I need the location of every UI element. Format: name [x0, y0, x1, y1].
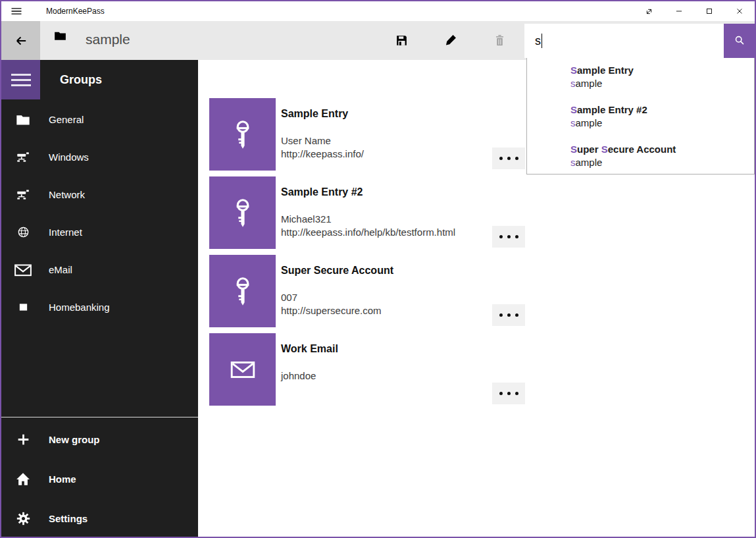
delete-button[interactable]: [484, 24, 515, 56]
group-label: Internet: [49, 227, 82, 238]
window-controls: [634, 1, 755, 21]
save-icon: [394, 33, 409, 48]
footer-label: Home: [49, 473, 76, 485]
edit-button[interactable]: [435, 24, 466, 56]
entry-title: Sample Entry: [281, 108, 348, 120]
sidebar-group-item[interactable]: Homebanking: [1, 288, 198, 326]
groups-header: Groups: [60, 60, 102, 99]
sidebar-group-item[interactable]: Windows: [1, 138, 198, 176]
maximize-icon: [705, 7, 714, 16]
minimize-button[interactable]: [664, 1, 694, 21]
hamburger-icon: [10, 5, 23, 18]
entry-tile[interactable]: [209, 333, 276, 406]
entry-url: http://keepass.info/: [281, 148, 364, 161]
entry-url: http://keepass.info/help/kb/testform.htm…: [281, 226, 455, 239]
plus-icon: [12, 432, 34, 447]
square-icon: [12, 302, 34, 313]
entry-title: Work Email: [281, 343, 338, 355]
group-label: eMail: [49, 264, 72, 275]
sidebar-divider: [1, 417, 198, 417]
entry-more-button[interactable]: [492, 148, 525, 169]
suggestion-title: Super Secure Account: [570, 143, 676, 156]
entry-username: 007: [281, 291, 297, 304]
sidebar-group-item[interactable]: eMail: [1, 251, 198, 288]
ellipsis-icon: [499, 392, 503, 395]
maximize-button[interactable]: [694, 1, 724, 21]
entry-row: Sample Entry User Name http://keepass.in…: [209, 98, 525, 171]
ellipsis-icon: [499, 313, 503, 317]
entry-username: johndoe: [281, 369, 316, 383]
titlebar-hamburger-button[interactable]: [9, 4, 24, 18]
suggestion-subtitle: sample: [570, 156, 676, 169]
suggestion-item[interactable]: Sample Entry #2 sample: [570, 103, 647, 140]
text-caret: [542, 34, 542, 48]
sidebar-footer-item[interactable]: Home: [1, 459, 198, 498]
group-label: Windows: [49, 151, 89, 163]
gear-icon: [12, 511, 34, 526]
fullscreen-button[interactable]: [634, 1, 664, 21]
home-icon: [12, 471, 34, 487]
suggestion-item[interactable]: Sample Entry sample: [570, 64, 634, 101]
entry-username: User Name: [281, 134, 331, 148]
suggestion-item[interactable]: Super Secure Account sample: [570, 143, 676, 180]
back-arrow-icon: [13, 33, 29, 49]
pencil-icon: [443, 33, 458, 47]
folder-icon: [54, 30, 66, 41]
entry-title: Sample Entry #2: [281, 186, 363, 198]
key-icon: [226, 196, 260, 230]
ellipsis-icon: [499, 157, 503, 160]
suggestion-title: Sample Entry #2: [570, 103, 647, 117]
close-button[interactable]: [724, 1, 755, 21]
window-title: ModernKeePass: [46, 1, 105, 21]
entry-tile[interactable]: [209, 255, 276, 327]
fullscreen-icon: [644, 7, 654, 16]
current-group-title: sample: [86, 21, 130, 60]
entry-more-button[interactable]: [492, 304, 525, 326]
key-icon: [226, 117, 260, 151]
sidebar-footer-item[interactable]: Settings: [1, 498, 198, 538]
back-button[interactable]: [1, 21, 40, 60]
title-bar: ModernKeePass: [1, 1, 755, 21]
entry-tile[interactable]: [209, 98, 276, 171]
trash-icon: [493, 33, 507, 48]
search-input[interactable]: s: [524, 24, 724, 58]
minimize-icon: [674, 7, 684, 16]
entry-url: http://supersecure.com: [281, 304, 382, 317]
hamburger-icon: [11, 74, 31, 76]
entry-row: Sample Entry #2 Michael321 http://keepas…: [209, 176, 525, 249]
footer-label: New group: [49, 434, 100, 445]
folder-icon: [12, 113, 34, 126]
sidebar-footer-item[interactable]: New group: [1, 419, 198, 459]
search-button[interactable]: [724, 24, 755, 58]
suggestion-subtitle: sample: [570, 117, 647, 130]
ellipsis-icon: [499, 235, 503, 238]
sidebar-group-item[interactable]: Internet: [1, 213, 198, 251]
entry-title: Super Secure Account: [281, 265, 393, 277]
search-input-value: s: [535, 34, 541, 48]
entry-tile[interactable]: [209, 176, 276, 249]
suggestion-subtitle: sample: [570, 77, 634, 90]
close-icon: [735, 7, 744, 16]
entry-username: Michael321: [281, 213, 332, 226]
entry-more-button[interactable]: [492, 383, 525, 404]
network-pc-icon: [12, 188, 34, 202]
search-suggestions: Sample Entry sample Sample Entry #2 samp…: [526, 58, 755, 175]
key-icon: [226, 274, 260, 308]
entry-row: Super Secure Account 007 http://supersec…: [209, 255, 525, 327]
sidebar-group-item[interactable]: General: [1, 101, 198, 138]
entry-row: Work Email johndoe: [209, 333, 525, 406]
sidebar-group-item[interactable]: Network: [1, 176, 198, 213]
globe-icon: [12, 225, 34, 240]
group-label: Network: [49, 189, 85, 200]
sidebar-hamburger-button[interactable]: [1, 60, 40, 99]
envelope-icon: [12, 254, 34, 286]
footer-label: Settings: [49, 513, 88, 524]
entry-more-button[interactable]: [492, 226, 525, 248]
sidebar: Groups General Windows Network: [1, 60, 198, 537]
envelope-icon: [227, 354, 259, 385]
save-button[interactable]: [386, 24, 417, 56]
app-window: ModernKeePass: [0, 0, 756, 538]
search-icon: [732, 34, 747, 48]
group-label: General: [49, 114, 84, 125]
suggestion-title: Sample Entry: [570, 64, 634, 77]
